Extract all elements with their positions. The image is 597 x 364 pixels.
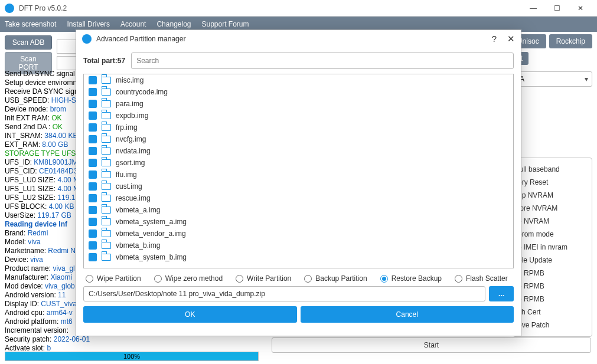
help-icon[interactable]: ? bbox=[492, 34, 497, 44]
side-item[interactable]: d RPMB bbox=[517, 267, 588, 280]
side-item[interactable]: brom mode bbox=[517, 228, 588, 241]
side-item[interactable]: lull baseband bbox=[517, 163, 588, 176]
partition-name: vbmeta_system_a.img bbox=[116, 218, 187, 226]
folder-icon bbox=[102, 147, 111, 155]
tab-rockchip[interactable]: Rockchip bbox=[549, 34, 592, 48]
checkbox-icon[interactable] bbox=[89, 88, 97, 96]
folder-icon bbox=[102, 112, 111, 119]
partition-row[interactable]: cust.img bbox=[84, 181, 513, 192]
side-item[interactable]: e RPMB bbox=[517, 280, 588, 293]
search-input[interactable] bbox=[131, 53, 514, 69]
app-icon bbox=[5, 4, 14, 13]
radio-flash[interactable]: Flash Scatter bbox=[455, 274, 508, 283]
partition-name: nvdata.img bbox=[116, 147, 151, 155]
checkbox-icon[interactable] bbox=[89, 135, 97, 143]
maximize-button[interactable]: ☐ bbox=[545, 0, 569, 17]
ok-button[interactable]: OK bbox=[83, 306, 297, 323]
side-item[interactable]: e RPMB bbox=[517, 293, 588, 306]
folder-icon bbox=[102, 254, 111, 261]
browse-button[interactable]: ... bbox=[489, 286, 514, 301]
side-item[interactable]: tore NVRAM bbox=[517, 202, 588, 215]
partition-name: vbmeta_vendor_a.img bbox=[116, 229, 186, 238]
folder-icon bbox=[102, 242, 111, 249]
checkbox-icon[interactable] bbox=[89, 218, 97, 226]
checkbox-icon[interactable] bbox=[89, 253, 97, 261]
checkbox-icon[interactable] bbox=[89, 147, 97, 155]
radio-backup[interactable]: Backup Partition bbox=[304, 274, 367, 283]
checkbox-icon[interactable] bbox=[89, 206, 97, 214]
folder-icon bbox=[102, 183, 111, 190]
partition-row[interactable]: vbmeta_a.img bbox=[84, 204, 513, 216]
partition-name: ffu.img bbox=[116, 170, 137, 179]
titlebar: DFT Pro v5.0.2 — ☐ ✕ bbox=[0, 0, 597, 17]
checkbox-icon[interactable] bbox=[89, 112, 97, 120]
dialog-close-icon[interactable]: ✕ bbox=[507, 34, 515, 44]
app-title: DFT Pro v5.0.2 bbox=[19, 4, 67, 12]
partition-row[interactable]: vbmeta_vendor_a.img bbox=[84, 228, 513, 240]
side-item[interactable]: up NVRAM bbox=[517, 189, 588, 202]
partition-row[interactable]: frp.img bbox=[84, 122, 513, 133]
close-button[interactable]: ✕ bbox=[569, 0, 592, 17]
path-input[interactable] bbox=[83, 286, 485, 301]
folder-icon bbox=[102, 136, 111, 143]
cancel-button[interactable]: Cancel bbox=[301, 306, 514, 323]
start-button[interactable]: Start bbox=[272, 337, 591, 353]
partition-row[interactable]: rescue.img bbox=[84, 192, 513, 204]
folder-icon bbox=[102, 218, 111, 225]
partition-name: vbmeta_b.img bbox=[116, 241, 160, 250]
radio-wipe-zero[interactable]: Wipe zero method bbox=[154, 274, 223, 283]
radio-write[interactable]: Write Partition bbox=[236, 274, 291, 283]
progress-bar: 100% bbox=[5, 352, 259, 361]
menu-changelog[interactable]: Changelog bbox=[156, 20, 191, 28]
checkbox-icon[interactable] bbox=[89, 100, 97, 108]
checkbox-icon[interactable] bbox=[89, 229, 97, 238]
checkbox-icon[interactable] bbox=[89, 123, 97, 132]
partition-name: vbmeta_a.img bbox=[116, 206, 160, 214]
checkbox-icon[interactable] bbox=[89, 159, 97, 167]
checkbox-icon[interactable] bbox=[89, 76, 97, 84]
partition-name: rescue.img bbox=[116, 194, 151, 202]
partition-row[interactable]: misc.img bbox=[84, 74, 513, 86]
checkbox-icon[interactable] bbox=[89, 194, 97, 202]
menu-screenshot[interactable]: Take screenshot bbox=[5, 20, 56, 28]
folder-icon bbox=[102, 171, 111, 178]
minimize-button[interactable]: — bbox=[521, 0, 545, 17]
side-item[interactable]: ove Patch bbox=[517, 319, 588, 332]
partition-row[interactable]: countrycode.img bbox=[84, 86, 513, 98]
partition-name: countrycode.img bbox=[116, 88, 168, 96]
folder-icon bbox=[102, 100, 111, 107]
menu-account[interactable]: Account bbox=[120, 20, 146, 28]
partition-list[interactable]: misc.imgcountrycode.imgpara.imgexpdb.img… bbox=[84, 74, 513, 268]
side-item[interactable]: e NVRAM bbox=[517, 215, 588, 228]
right-combo[interactable]: A bbox=[516, 71, 592, 87]
checkbox-icon[interactable] bbox=[89, 182, 97, 191]
partition-row[interactable]: nvdata.img bbox=[84, 145, 513, 157]
partition-name: vbmeta_system_b.img bbox=[116, 253, 187, 261]
checkbox-icon[interactable] bbox=[89, 170, 97, 179]
radio-restore[interactable]: Restore Backup bbox=[380, 274, 442, 283]
partition-name: gsort.img bbox=[116, 159, 145, 167]
checkbox-icon[interactable] bbox=[89, 241, 97, 250]
partition-row[interactable]: vbmeta_system_a.img bbox=[84, 216, 513, 228]
partition-row[interactable]: gsort.img bbox=[84, 157, 513, 169]
menu-support[interactable]: Support Forum bbox=[202, 20, 249, 28]
partition-row[interactable]: nvcfg.img bbox=[84, 133, 513, 145]
folder-icon bbox=[102, 159, 111, 166]
dialog-title: Advanced Partition manager bbox=[96, 35, 185, 43]
partition-row[interactable]: ffu.img bbox=[84, 169, 513, 181]
side-item[interactable]: e IMEI in nvram bbox=[517, 241, 588, 254]
partition-row[interactable]: vbmeta_b.img bbox=[84, 240, 513, 251]
partition-name: frp.img bbox=[116, 123, 138, 132]
scan-adb-button[interactable]: Scan ADB bbox=[5, 35, 52, 50]
side-item[interactable]: ble Update bbox=[517, 254, 588, 267]
menu-drivers[interactable]: Install Drivers bbox=[67, 20, 110, 28]
partition-name: expdb.img bbox=[116, 112, 148, 120]
partition-row[interactable]: expdb.img bbox=[84, 110, 513, 122]
side-item[interactable]: sh Cert bbox=[517, 306, 588, 319]
folder-icon bbox=[102, 77, 111, 84]
radio-row: Wipe Partition Wipe zero method Write Pa… bbox=[76, 268, 521, 286]
partition-row[interactable]: vbmeta_system_b.img bbox=[84, 251, 513, 263]
side-item[interactable]: ory Reset bbox=[517, 176, 588, 189]
partition-row[interactable]: para.img bbox=[84, 98, 513, 110]
radio-wipe[interactable]: Wipe Partition bbox=[86, 274, 141, 283]
